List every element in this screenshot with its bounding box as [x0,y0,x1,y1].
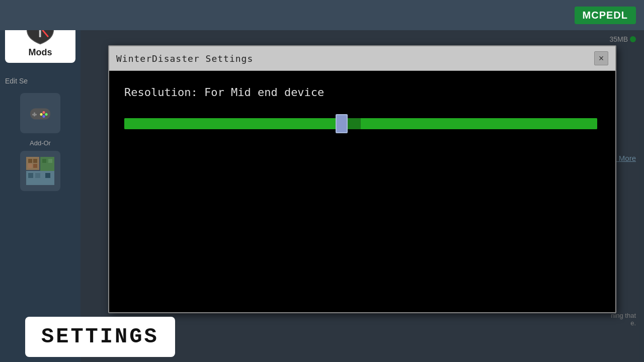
svg-rect-12 [28,159,32,163]
settings-modal: WinterDisaster Settings × Resolution: Fo… [108,45,616,313]
slider-track [124,118,597,129]
svg-rect-20 [28,173,33,178]
top-bar: MCPEDL [0,0,644,30]
modal-body: Resolution: For Mid end device [109,71,615,312]
settings-banner: SETTINGS [25,317,175,357]
slider-container[interactable] [124,114,597,134]
addon-item[interactable] [20,151,60,191]
svg-rect-15 [33,164,37,168]
modal-title: WinterDisaster Settings [116,53,253,64]
modal-titlebar: WinterDisaster Settings × [109,46,615,71]
settings-text: SETTINGS [41,325,159,349]
svg-rect-18 [48,159,52,163]
gamepad-item[interactable] [20,93,60,133]
svg-point-8 [45,113,48,116]
svg-rect-17 [42,159,46,163]
left-sidebar: Mods Edit Se Add-Or [0,0,80,362]
svg-rect-22 [45,173,50,178]
slider-fill-left [124,118,342,129]
edit-section-label: Edit Se [0,77,28,85]
mcpedl-badge: MCPEDL [575,7,636,24]
modal-overlay: WinterDisaster Settings × Resolution: Fo… [80,30,644,362]
svg-rect-6 [32,114,37,116]
mods-label: Mods [29,47,52,58]
slider-thumb[interactable] [336,114,348,133]
svg-rect-14 [28,164,32,168]
slider-fill-right [361,118,597,129]
addon-label: Add-Or [30,139,51,147]
svg-point-10 [40,113,43,116]
svg-point-9 [43,115,45,118]
svg-point-7 [43,111,45,114]
svg-rect-11 [26,157,39,170]
svg-rect-21 [35,173,40,178]
modal-close-button[interactable]: × [594,51,608,65]
svg-rect-13 [33,159,37,163]
resolution-label: Resolution: For Mid end device [124,86,600,99]
